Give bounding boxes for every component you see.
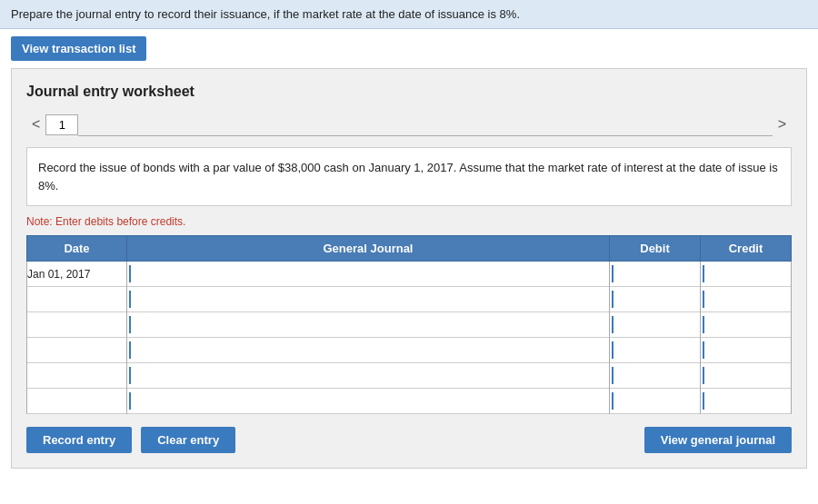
worksheet-title: Journal entry worksheet [26, 84, 792, 100]
debit-input-1[interactable] [610, 262, 700, 286]
view-transaction-button[interactable]: View transaction list [11, 36, 146, 61]
credit-input-6[interactable] [701, 389, 791, 413]
credit-input-3[interactable] [701, 312, 791, 337]
header-date: Date [27, 236, 127, 262]
table-row [27, 363, 792, 389]
journal-input-6[interactable] [127, 389, 609, 413]
button-row: Record entry Clear entry View general jo… [26, 427, 792, 453]
header-debit: Debit [610, 236, 701, 262]
debit-input-6[interactable] [610, 389, 700, 413]
table-header-row: Date General Journal Debit Credit [27, 236, 792, 262]
header-credit: Credit [701, 236, 792, 262]
journal-cell-3[interactable] [127, 312, 610, 338]
journal-input-5[interactable] [127, 363, 609, 388]
journal-cell-1[interactable] [127, 262, 610, 287]
record-entry-button[interactable]: Record entry [26, 427, 132, 453]
debit-input-3[interactable] [610, 312, 700, 337]
top-instruction-bar: Prepare the journal entry to record thei… [0, 0, 818, 29]
credit-cell-5[interactable] [701, 363, 792, 389]
date-value-1: Jan 01, 2017 [27, 268, 90, 281]
date-cell-5 [27, 363, 127, 389]
date-cell-3 [27, 312, 127, 338]
debit-cell-6[interactable] [610, 389, 701, 414]
date-cell-4 [27, 338, 127, 363]
journal-input-4[interactable] [127, 338, 609, 362]
debit-input-2[interactable] [610, 287, 700, 311]
debit-cell-5[interactable] [610, 363, 701, 389]
credit-cell-3[interactable] [701, 312, 792, 338]
tab-number[interactable]: 1 [45, 114, 78, 135]
tab-navigation: < 1 > [26, 113, 792, 136]
journal-input-2[interactable] [127, 287, 609, 311]
journal-input-1[interactable] [127, 262, 609, 286]
debit-input-5[interactable] [610, 363, 700, 388]
table-row [27, 312, 792, 338]
credit-input-5[interactable] [701, 363, 791, 388]
journal-cell-4[interactable] [127, 338, 610, 363]
debit-input-4[interactable] [610, 338, 700, 362]
note-text: Note: Enter debits before credits. [26, 215, 792, 228]
journal-cell-6[interactable] [127, 389, 610, 414]
credit-cell-4[interactable] [701, 338, 792, 363]
table-row: Jan 01, 2017 [27, 262, 792, 287]
journal-input-3[interactable] [127, 312, 609, 337]
date-cell-1: Jan 01, 2017 [27, 262, 127, 287]
debit-cell-4[interactable] [610, 338, 701, 363]
clear-entry-button[interactable]: Clear entry [141, 427, 235, 453]
table-row [27, 338, 792, 363]
credit-cell-6[interactable] [701, 389, 792, 414]
journal-cell-2[interactable] [127, 287, 610, 312]
journal-cell-5[interactable] [127, 363, 610, 389]
debit-cell-2[interactable] [610, 287, 701, 312]
debit-cell-1[interactable] [610, 262, 701, 287]
date-cell-6 [27, 389, 127, 414]
credit-cell-1[interactable] [701, 262, 792, 287]
credit-input-4[interactable] [701, 338, 791, 362]
header-journal: General Journal [127, 236, 610, 262]
view-general-journal-button[interactable]: View general journal [644, 427, 792, 453]
credit-cell-2[interactable] [701, 287, 792, 312]
tab-next-button[interactable]: > [773, 114, 792, 134]
table-row [27, 287, 792, 312]
instruction-text: Prepare the journal entry to record thei… [11, 7, 520, 21]
instruction-content: Record the issue of bonds with a par val… [38, 161, 778, 193]
toolbar: View transaction list [0, 29, 818, 68]
worksheet-container: Journal entry worksheet < 1 > Record the… [11, 68, 807, 469]
date-cell-2 [27, 287, 127, 312]
journal-table: Date General Journal Debit Credit Jan 01… [26, 235, 792, 414]
debit-cell-3[interactable] [610, 312, 701, 338]
credit-input-1[interactable] [701, 262, 791, 286]
tab-prev-button[interactable]: < [26, 114, 45, 134]
table-row [27, 389, 792, 414]
instruction-box: Record the issue of bonds with a par val… [26, 147, 792, 206]
credit-input-2[interactable] [701, 287, 791, 311]
tab-spacer [78, 113, 772, 136]
